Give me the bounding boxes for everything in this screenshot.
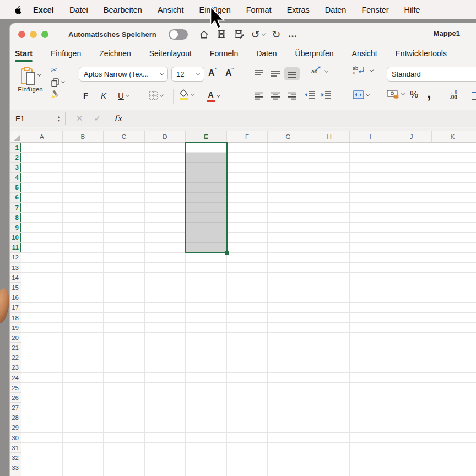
column-header-C[interactable]: C xyxy=(104,131,145,142)
row-header-11[interactable]: 11 xyxy=(10,243,21,253)
paste-button[interactable]: Einfügen xyxy=(14,66,46,93)
menubar-item-ansicht[interactable]: Ansicht xyxy=(150,6,192,14)
row-header-27[interactable]: 27 xyxy=(10,403,21,413)
name-box-spinner[interactable]: ▲ ▼ xyxy=(57,115,61,122)
close-window-button[interactable] xyxy=(18,31,25,38)
more-options-icon[interactable]: … xyxy=(288,29,298,40)
zoom-window-button[interactable] xyxy=(41,31,48,38)
row-header-29[interactable]: 29 xyxy=(10,423,21,433)
row-header-8[interactable]: 8 xyxy=(10,213,21,223)
row-header-20[interactable]: 20 xyxy=(10,333,21,343)
spinner-down-icon[interactable]: ▼ xyxy=(57,119,61,122)
menubar-item-datei[interactable]: Datei xyxy=(62,6,96,14)
menubar-item-hilfe[interactable]: Hilfe xyxy=(397,6,428,14)
row-header-23[interactable]: 23 xyxy=(10,363,21,373)
cut-scissors-icon[interactable]: ✂ xyxy=(51,65,58,75)
decrease-decimal-button-partial[interactable] xyxy=(472,92,476,100)
sheet-cells[interactable] xyxy=(21,143,476,476)
column-header-A[interactable]: A xyxy=(21,131,63,142)
merge-center-button[interactable] xyxy=(353,90,369,99)
row-header-21[interactable]: 21 xyxy=(10,343,21,353)
accounting-format-button[interactable] xyxy=(387,89,404,99)
row-header-10[interactable]: 10 xyxy=(10,233,21,243)
wrap-text-button[interactable]: ab c xyxy=(353,66,373,75)
row-header-25[interactable]: 25 xyxy=(10,383,21,393)
copy-dropdown-chevron[interactable] xyxy=(61,80,65,84)
font-size-select[interactable]: 12 xyxy=(171,67,204,82)
align-middle-button[interactable] xyxy=(268,67,283,80)
cancel-icon[interactable]: ✕ xyxy=(76,113,83,123)
tab-start[interactable]: Start xyxy=(15,47,33,60)
insert-function-icon[interactable]: fx xyxy=(114,113,122,123)
column-header-H[interactable]: H xyxy=(309,131,350,142)
column-header-E[interactable]: E xyxy=(186,131,227,142)
menubar-item-bearbeiten[interactable]: Bearbeiten xyxy=(96,6,150,14)
comma-style-button[interactable]: , xyxy=(427,85,431,102)
save-as-icon[interactable] xyxy=(234,29,244,39)
home-icon[interactable] xyxy=(199,29,209,40)
row-header-12[interactable]: 12 xyxy=(10,253,21,263)
apple-logo-icon[interactable] xyxy=(14,6,22,14)
increase-indent-icon[interactable] xyxy=(321,90,332,99)
row-header-26[interactable]: 26 xyxy=(10,393,21,403)
column-header-B[interactable]: B xyxy=(63,131,104,142)
row-header-4[interactable]: 4 xyxy=(10,173,21,183)
undo-button[interactable]: ↺ xyxy=(251,29,265,40)
autosave-toggle[interactable] xyxy=(169,29,188,40)
row-header-1[interactable]: 1 xyxy=(10,143,21,153)
font-color-button[interactable]: A xyxy=(207,90,220,102)
menubar-item-daten[interactable]: Daten xyxy=(317,6,354,14)
tab-überprüfen[interactable]: Überprüfen xyxy=(295,47,334,60)
row-header-6[interactable]: 6 xyxy=(10,193,21,203)
row-header-15[interactable]: 15 xyxy=(10,283,21,293)
tab-ansicht[interactable]: Ansicht xyxy=(352,47,377,60)
row-header-13[interactable]: 13 xyxy=(10,263,21,273)
row-header-7[interactable]: 7 xyxy=(10,203,21,213)
row-header-33[interactable]: 33 xyxy=(10,463,21,473)
row-header-31[interactable]: 31 xyxy=(10,443,21,453)
shrink-font-button[interactable]: Aˇ xyxy=(225,68,234,78)
increase-decimal-button[interactable]: ←0 .00 xyxy=(450,90,457,100)
bold-button[interactable]: F xyxy=(83,91,88,100)
row-header-28[interactable]: 28 xyxy=(10,413,21,423)
align-left-button[interactable] xyxy=(251,89,267,102)
menubar-item-fenster[interactable]: Fenster xyxy=(354,6,396,14)
tab-seitenlayout[interactable]: Seitenlayout xyxy=(149,47,192,60)
number-format-select[interactable]: Standard xyxy=(387,67,476,82)
font-name-select[interactable]: Aptos Narrow (Tex... xyxy=(79,67,168,82)
align-bottom-button[interactable] xyxy=(284,67,300,80)
row-header-30[interactable]: 30 xyxy=(10,433,21,443)
column-header-I[interactable]: I xyxy=(350,131,391,142)
orientation-button[interactable]: ab xyxy=(311,68,328,74)
underline-button[interactable]: U xyxy=(118,91,129,100)
menubar-item-excel[interactable]: Excel xyxy=(25,6,62,14)
row-header-9[interactable]: 9 xyxy=(10,223,21,232)
column-header-G[interactable]: G xyxy=(268,131,309,142)
column-header-J[interactable]: J xyxy=(391,131,432,142)
format-painter-icon[interactable] xyxy=(51,90,61,99)
row-header-22[interactable]: 22 xyxy=(10,353,21,363)
row-header-18[interactable]: 18 xyxy=(10,313,21,323)
column-header-D[interactable]: D xyxy=(145,131,186,142)
row-header-16[interactable]: 16 xyxy=(10,293,21,303)
row-header-32[interactable]: 32 xyxy=(10,453,21,463)
row-header-24[interactable]: 24 xyxy=(10,373,21,383)
row-header-14[interactable]: 14 xyxy=(10,273,21,283)
row-header-2[interactable]: 2 xyxy=(10,153,21,163)
row-header-19[interactable]: 19 xyxy=(10,323,21,333)
minimize-window-button[interactable] xyxy=(30,31,37,38)
fill-color-button[interactable] xyxy=(180,89,194,100)
menubar-item-format[interactable]: Format xyxy=(239,6,279,14)
redo-icon[interactable]: ↻ xyxy=(272,29,281,40)
align-right-button[interactable] xyxy=(284,89,300,102)
grow-font-button[interactable]: Aˆ xyxy=(208,68,217,78)
enter-icon[interactable]: ✓ xyxy=(94,113,101,123)
tab-daten[interactable]: Daten xyxy=(256,47,277,60)
italic-button[interactable]: K xyxy=(101,91,106,100)
tab-einfügen[interactable]: Einfügen xyxy=(51,47,81,60)
select-all-corner[interactable] xyxy=(10,131,21,143)
percent-style-button[interactable]: % xyxy=(410,89,418,100)
name-box[interactable]: E1 xyxy=(10,115,57,123)
borders-button[interactable] xyxy=(149,91,163,100)
tab-formeln[interactable]: Formeln xyxy=(210,47,238,60)
